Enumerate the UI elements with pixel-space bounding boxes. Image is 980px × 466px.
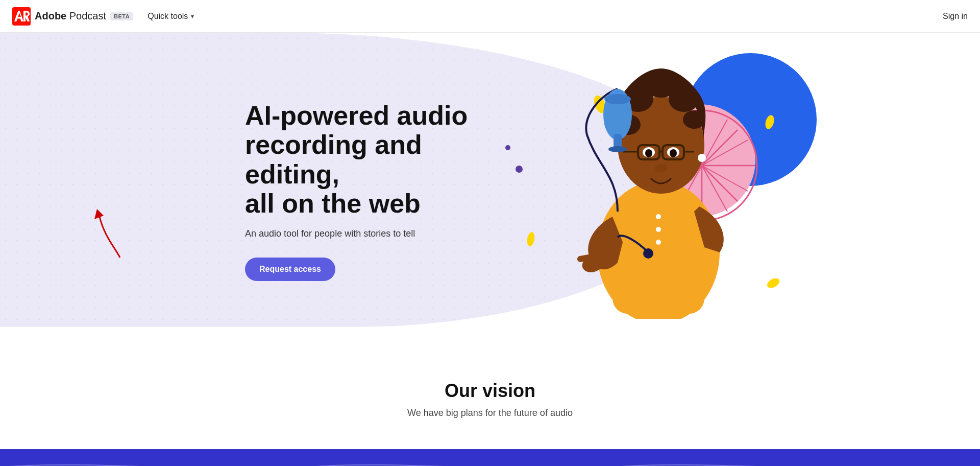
arrow-annotation xyxy=(89,201,135,265)
svg-point-43 xyxy=(643,248,653,259)
svg-point-41 xyxy=(656,227,661,232)
adobe-logo[interactable]: Adobe Podcast BETA xyxy=(12,7,133,26)
svg-point-26 xyxy=(669,86,699,112)
hero-section: AI-powered audio recording and editing, … xyxy=(0,33,980,339)
chevron-down-icon: ▾ xyxy=(191,13,194,20)
vision-subtitle: We have big plans for the future of audi… xyxy=(12,408,968,418)
nav-left: Adobe Podcast BETA Quick tools ▾ xyxy=(12,7,198,26)
quick-tools-label: Quick tools xyxy=(148,12,188,21)
deco-yellow-bottom-right xyxy=(766,278,781,288)
vision-title: Our vision xyxy=(12,380,968,402)
svg-rect-15 xyxy=(604,99,631,135)
deco-yellow-right xyxy=(764,109,776,130)
deco-purple-1 xyxy=(516,166,523,173)
svg-point-42 xyxy=(656,240,661,245)
svg-point-11 xyxy=(764,114,776,130)
beta-badge: BETA xyxy=(110,12,133,20)
hero-subtext: An audio tool for people with stories to… xyxy=(245,228,510,239)
svg-point-37 xyxy=(670,149,677,157)
sign-in-button[interactable]: Sign in xyxy=(943,12,968,21)
request-access-button[interactable]: Request access xyxy=(245,258,335,281)
microphone-illustration xyxy=(572,74,664,217)
brand-name: Adobe Podcast xyxy=(35,10,106,22)
svg-point-12 xyxy=(766,278,781,288)
deco-yellow-left xyxy=(526,229,536,247)
hero-content: AI-powered audio recording and editing, … xyxy=(133,33,847,339)
hero-heading: AI-powered audio recording and editing, … xyxy=(245,101,510,218)
quick-tools-button[interactable]: Quick tools ▾ xyxy=(143,10,198,23)
svg-point-38 xyxy=(698,154,706,162)
svg-point-28 xyxy=(683,110,705,129)
wave-lines xyxy=(0,459,980,466)
bottom-section xyxy=(0,449,980,466)
deco-purple-3 xyxy=(505,145,510,150)
navbar: Adobe Podcast BETA Quick tools ▾ Sign in xyxy=(0,0,980,33)
hero-illustration xyxy=(510,63,786,319)
svg-point-18 xyxy=(608,146,627,152)
svg-point-16 xyxy=(604,94,631,104)
adobe-icon xyxy=(12,7,31,26)
hero-text: AI-powered audio recording and editing, … xyxy=(245,101,510,281)
arrow-svg xyxy=(89,201,135,263)
vision-section: Our vision We have big plans for the fut… xyxy=(0,339,980,449)
svg-point-13 xyxy=(526,231,536,247)
